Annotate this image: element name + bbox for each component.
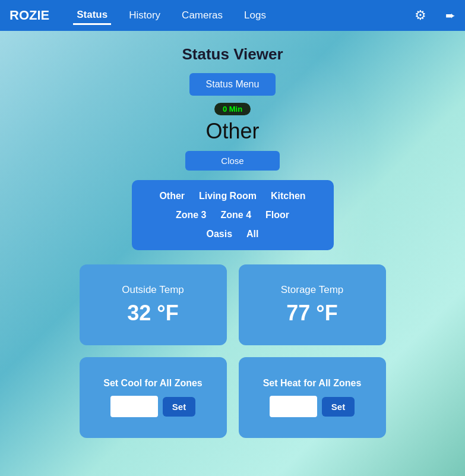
set-cool-label: Set Cool for All Zones	[103, 378, 203, 389]
app-logo: ROZIE	[10, 8, 49, 23]
page-title: Status Viewer	[182, 45, 283, 64]
zone-panel: Other Living Room Kitchen Zone 3 Zone 4 …	[132, 180, 334, 250]
zone-row-3: Oasis All	[204, 228, 261, 241]
set-heat-controls: Set	[270, 396, 355, 417]
set-heat-card: Set Heat for All Zones Set	[239, 357, 386, 438]
zone-all-button[interactable]: All	[244, 228, 261, 241]
main-content: Status Viewer Status Menu 0 Min Other Cl…	[0, 31, 465, 450]
storage-temp-card: Storage Temp 77 °F	[239, 264, 386, 345]
outside-temp-value: 32 °F	[127, 301, 178, 326]
zone-4-button[interactable]: Zone 4	[219, 209, 254, 222]
nav-status[interactable]: Status	[73, 7, 111, 25]
set-cool-button[interactable]: Set	[163, 397, 195, 417]
zone-living-room-button[interactable]: Living Room	[197, 190, 259, 203]
set-cool-input[interactable]	[110, 396, 158, 417]
sensor-cards-row: Outside Temp 32 °F Storage Temp 77 °F	[80, 264, 386, 345]
set-heat-label: Set Heat for All Zones	[263, 378, 362, 389]
zone-kitchen-button[interactable]: Kitchen	[268, 190, 308, 203]
set-heat-input[interactable]	[270, 396, 317, 417]
status-menu-button[interactable]: Status Menu	[189, 73, 276, 96]
zone-oasis-button[interactable]: Oasis	[204, 228, 235, 241]
zone-row-2: Zone 3 Zone 4 Floor	[173, 209, 292, 222]
timer-badge: 0 Min	[214, 103, 251, 115]
outside-temp-card: Outside Temp 32 °F	[80, 264, 227, 345]
zone-row-1: Other Living Room Kitchen	[157, 190, 308, 203]
nav-history[interactable]: History	[125, 7, 164, 24]
control-cards-row: Set Cool for All Zones Set Set Heat for …	[80, 357, 386, 438]
zone-other-button[interactable]: Other	[157, 190, 187, 203]
set-cool-controls: Set	[110, 396, 195, 417]
zone-3-button[interactable]: Zone 3	[173, 209, 209, 222]
nav-logs[interactable]: Logs	[241, 7, 270, 24]
storage-temp-value: 77 °F	[286, 301, 337, 326]
close-button[interactable]: Close	[185, 151, 279, 171]
outside-temp-label: Outside Temp	[122, 284, 184, 296]
storage-temp-label: Storage Temp	[281, 284, 344, 296]
navbar: ROZIE Status History Cameras Logs ⚙ ➨	[0, 0, 465, 31]
logout-icon[interactable]: ➨	[445, 8, 455, 23]
nav-cameras[interactable]: Cameras	[178, 7, 226, 24]
zone-title: Other	[205, 119, 259, 144]
set-heat-button[interactable]: Set	[322, 397, 355, 417]
set-cool-card: Set Cool for All Zones Set	[80, 357, 227, 438]
zone-floor-button[interactable]: Floor	[263, 209, 292, 222]
gear-icon[interactable]: ⚙	[415, 8, 426, 23]
